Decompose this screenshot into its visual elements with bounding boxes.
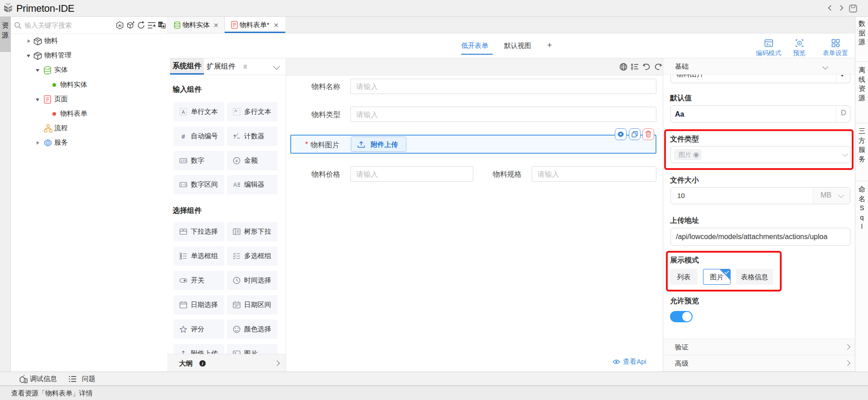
svg-text:i: i [202, 361, 203, 366]
svg-text:#: # [182, 133, 185, 140]
svg-text:¥: ¥ [235, 158, 238, 163]
svg-text:AI: AI [118, 24, 122, 27]
svg-text:A: A [234, 108, 237, 113]
svg-text:A: A [233, 182, 237, 188]
svg-text:A: A [182, 109, 185, 115]
svg-text:123: 123 [181, 159, 186, 162]
svg-text:1~3: 1~3 [181, 183, 186, 186]
